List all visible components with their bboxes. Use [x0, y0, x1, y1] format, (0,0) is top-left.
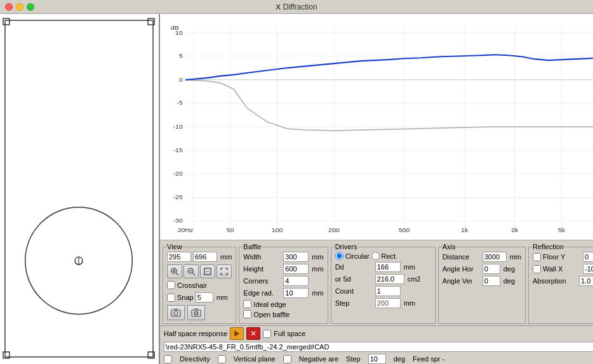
svg-text:-15: -15 [173, 146, 183, 153]
baffle-width-unit: mm [312, 253, 323, 261]
wall-x-checkbox[interactable] [533, 265, 541, 273]
axis-anglehor-input[interactable] [483, 264, 500, 274]
baffle-width-row: Width mm [243, 252, 323, 262]
svg-text:dB: dB [171, 24, 179, 31]
svg-text:0: 0 [179, 76, 183, 83]
zoom-full-button[interactable] [217, 264, 232, 278]
axis-panel: Axis Distance mm Angle Hor deg Angle Ver [438, 243, 526, 324]
crosshair-row: Crosshair [167, 281, 232, 289]
drivers-count-row: Count [335, 286, 431, 296]
drivers-dd-input[interactable] [375, 262, 401, 272]
view-x-input[interactable] [167, 252, 191, 262]
ideal-edge-label: Ideal edge [253, 301, 286, 308]
reflection-wall-label: Wall X [543, 265, 581, 273]
drivers-step-input[interactable] [375, 298, 401, 308]
svg-text:50: 50 [227, 226, 234, 233]
zoom-in-button[interactable] [167, 264, 182, 278]
baffle-corners-row: Corners [243, 276, 323, 286]
ideal-edge-checkbox[interactable] [243, 300, 251, 308]
axis-anglever-unit: deg [503, 277, 515, 285]
zoom-fit-button[interactable] [200, 264, 215, 278]
close-button[interactable] [5, 3, 13, 11]
open-baffle-row: Open baffle [243, 310, 323, 318]
crosshair-checkbox[interactable] [167, 281, 175, 289]
svg-text:5: 5 [179, 53, 183, 60]
chart-svg: 10 dB 5 0 -5 -10 -15 -20 -25 -30 20Hz 50… [160, 14, 593, 240]
drivers-step-row: Step mm [335, 298, 431, 308]
drivers-or5d-label: or 5d [335, 275, 373, 283]
feed-spr-label: Feed spr - [413, 355, 444, 363]
view-options: Crosshair Snap mm [167, 281, 232, 302]
speaker-svg [0, 14, 159, 364]
svg-text:5k: 5k [558, 226, 566, 233]
svg-point-60 [194, 311, 198, 315]
axis-legend: Axis [443, 243, 456, 250]
axis-anglever-input[interactable] [483, 276, 500, 286]
baffle-width-input[interactable] [283, 252, 309, 262]
drivers-count-input[interactable] [375, 286, 401, 296]
snap-value-input[interactable] [196, 292, 213, 302]
view-y-input[interactable] [193, 252, 217, 262]
drivers-dd-row: Dd mm [335, 262, 431, 272]
camera-capture2-button[interactable] [187, 305, 205, 320]
floor-y-checkbox[interactable] [533, 253, 541, 261]
chart-area: 10 dB 5 0 -5 -10 -15 -20 -25 -30 20Hz 50… [160, 14, 593, 240]
minimize-button[interactable] [16, 3, 23, 11]
view-unit: mm [220, 253, 232, 261]
reflection-floor-label: Floor Y [543, 253, 581, 261]
wall-x-input[interactable] [583, 264, 593, 274]
camera-buttons [167, 305, 232, 320]
window-controls[interactable] [5, 3, 34, 11]
svg-text:-5: -5 [177, 100, 183, 107]
drivers-count-label: Count [335, 287, 373, 295]
circular-radio[interactable] [335, 252, 343, 260]
baffle-height-input[interactable] [283, 264, 309, 274]
step-value-input[interactable] [368, 354, 386, 364]
axis-anglehor-label: Angle Hor [443, 265, 481, 273]
snap-checkbox[interactable] [167, 294, 175, 302]
zoom-out-button[interactable] [183, 264, 199, 278]
svg-text:-25: -25 [173, 193, 183, 200]
svg-text:2k: 2k [511, 226, 519, 233]
drivers-or5d-input[interactable] [375, 274, 404, 284]
negative-checkbox[interactable] [283, 355, 291, 363]
full-space-label: Full space [274, 330, 305, 337]
axis-anglever-label: Angle Ver [443, 277, 481, 285]
drivers-step-unit: mm [404, 299, 415, 307]
camera-capture-button[interactable] [167, 305, 185, 320]
view-panel: View mm [163, 243, 236, 324]
baffle-edgerad-label: Edge rad. [243, 289, 281, 297]
step-label-bottom: Step [346, 355, 361, 363]
circular-label: Circular [345, 252, 370, 260]
baffle-height-row: Height mm [243, 264, 323, 274]
axis-distance-row: Distance mm [443, 252, 521, 262]
snap-label: Snap [177, 294, 194, 301]
baffle-height-unit: mm [312, 265, 323, 273]
filepath-input[interactable] [164, 342, 593, 352]
baffle-edgerad-input[interactable] [283, 288, 309, 298]
reflection-floor-row: Floor Y [533, 252, 593, 262]
maximize-button[interactable] [27, 3, 34, 11]
step-unit-bottom: deg [394, 355, 405, 363]
axis-anglehor-row: Angle Hor deg [443, 264, 521, 274]
rect-radio[interactable] [371, 252, 380, 260]
svg-line-53 [193, 273, 196, 276]
halfspace-clear-button[interactable]: ✕ [246, 327, 260, 340]
baffle-corners-input[interactable] [283, 276, 309, 286]
crosshair-label: Crosshair [177, 282, 207, 289]
vertical-plane-checkbox[interactable] [218, 355, 226, 363]
halfspace-compute-button[interactable] [230, 327, 244, 340]
directivity-checkbox[interactable] [164, 355, 172, 363]
floor-y-input[interactable] [583, 252, 593, 262]
controls-area: View mm [160, 240, 593, 364]
absorption-input[interactable] [579, 276, 593, 286]
title-bar: X Diffraction [0, 0, 593, 14]
open-baffle-checkbox[interactable] [243, 310, 251, 318]
axis-distance-label: Distance [443, 253, 481, 261]
svg-text:500: 500 [399, 226, 410, 233]
axis-distance-input[interactable] [483, 252, 507, 262]
full-space-checkbox[interactable] [263, 330, 271, 338]
svg-point-58 [174, 311, 178, 315]
halfspace-row: Half space response ✕ Full space [160, 325, 593, 341]
open-baffle-label: Open baffle [253, 311, 290, 318]
